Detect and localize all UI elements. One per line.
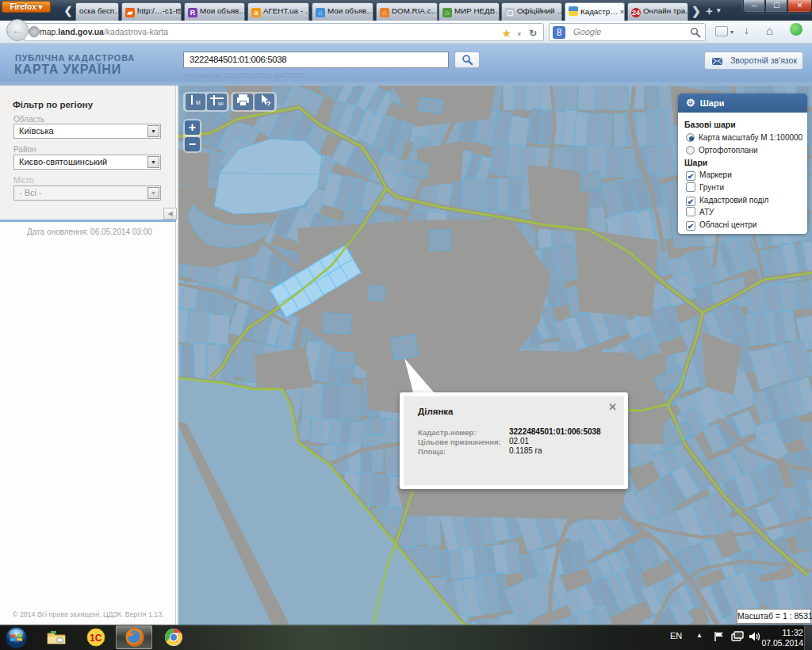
svg-text:М²: М² — [218, 101, 224, 106]
svg-text:1С: 1С — [90, 633, 102, 644]
svg-text:М: М — [196, 100, 201, 105]
svg-text:?: ? — [266, 100, 271, 107]
